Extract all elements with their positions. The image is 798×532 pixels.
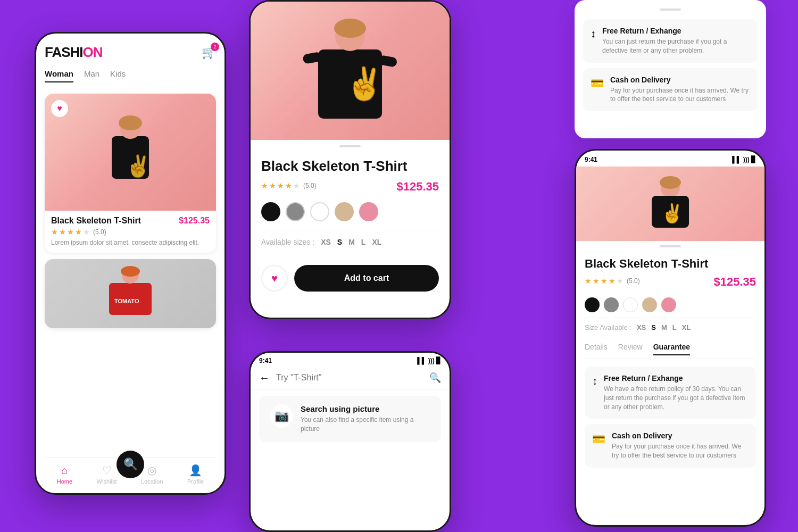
- search-icon[interactable]: 🔍: [429, 372, 441, 384]
- phone4-product-image: ✌: [576, 167, 764, 241]
- nav-home[interactable]: ⌂ Home: [57, 464, 72, 485]
- status-bar: 9:41 ▌▌ ))) ▊: [251, 353, 450, 367]
- phone-search: 9:41 ▌▌ ))) ▊ ← 🔍 📷 Search using picture…: [249, 351, 451, 532]
- tab-man[interactable]: Man: [84, 69, 99, 82]
- sizes-label: Available sizes :: [261, 238, 314, 246]
- phone4-color-pink[interactable]: [661, 297, 676, 312]
- logo-accent: ON: [83, 44, 103, 60]
- phone4-product-title: Black Skeleton T-Shirt: [585, 257, 756, 271]
- svg-text:✌: ✌: [661, 202, 684, 225]
- phone-listing: FASHION 🛒 2 Woman Man Kids ✌: [35, 32, 226, 495]
- nav-profile[interactable]: 👤 Profile: [187, 464, 204, 485]
- cart-badge: 2: [211, 43, 219, 51]
- size-xl[interactable]: XL: [372, 238, 381, 246]
- phone4-price: $125.35: [713, 275, 756, 289]
- cart-button[interactable]: 🛒 2: [202, 46, 216, 60]
- color-selector: [261, 202, 439, 221]
- phone4-return-icon: ↕: [592, 375, 597, 387]
- search-by-picture-card[interactable]: 📷 Search using picture You can also find…: [259, 396, 441, 442]
- profile-icon: 👤: [189, 464, 202, 477]
- nav-wishlist[interactable]: ♡ Wishlist: [97, 464, 117, 485]
- phone4-return-title: Free Return / Exhange: [604, 374, 749, 383]
- phone4-color-beige[interactable]: [642, 297, 657, 312]
- phone4-cash-text: Cash on Delivery Pay for your purchase o…: [612, 431, 749, 460]
- slide-indicator: [660, 9, 681, 11]
- tab-review[interactable]: Review: [618, 343, 643, 355]
- phone4-return-card: ↕ Free Return / Exhange We have a free r…: [585, 367, 756, 419]
- phone4-cash-desc: Pay for your purchase once it has arrive…: [612, 442, 749, 460]
- svg-point-3: [119, 115, 142, 130]
- tab-woman[interactable]: Woman: [45, 69, 73, 82]
- product-detail-info: Black Skeleton T-Shirt ★ ★ ★ ★ ★ (5.0) $…: [251, 147, 450, 302]
- phone4-return-text: Free Return / Exhange We have a free ret…: [604, 374, 749, 411]
- phone4-color-white[interactable]: [623, 297, 638, 312]
- product-image-2: TOMATO: [45, 259, 216, 328]
- product-price-1: $125.35: [179, 216, 210, 226]
- cash-desc: Pay for your purchase once it has arrive…: [610, 86, 750, 104]
- status-time: 9:41: [259, 357, 272, 364]
- phone4-status-bar: 9:41 ▌▌ ))) ▊: [576, 151, 764, 167]
- tab-guarantee[interactable]: Guarantee: [653, 343, 690, 355]
- product-card-1[interactable]: ✌ ♥ Black Skeleton T-Shirt $125.35 ★ ★ ★: [45, 94, 216, 253]
- phone-guarantee: 9:41 ▌▌ ))) ▊ ✌ Black Skeleton T-Shirt ★…: [575, 149, 766, 527]
- detail-product-price: $125.35: [396, 180, 439, 194]
- phone4-color-selector: [585, 297, 756, 312]
- product-card-2[interactable]: TOMATO: [45, 259, 216, 328]
- size-s[interactable]: S: [337, 238, 342, 246]
- color-beige[interactable]: [335, 202, 354, 221]
- nav-location[interactable]: ◎ Location: [141, 464, 163, 485]
- phone4-rating: ★ ★ ★ ★ ★ (5.0): [585, 277, 640, 285]
- phone4-cash-card: 💳 Cash on Delivery Pay for your purchase…: [585, 424, 756, 468]
- search-picture-desc: You can also find a specific item using …: [301, 415, 430, 434]
- tab-kids[interactable]: Kids: [110, 69, 126, 82]
- return-policy-card: ↕ Free Return / Exhange You can just ret…: [583, 19, 758, 63]
- search-fab-button[interactable]: 🔍: [117, 451, 144, 478]
- add-to-cart-button[interactable]: Add to cart: [294, 265, 439, 292]
- status-icons: ▌▌ ))) ▊: [417, 357, 441, 364]
- phone4-color-black[interactable]: [585, 297, 600, 312]
- product-desc-1: Lorem ipsum dolor sit amet, consecte adi…: [51, 238, 210, 247]
- search-input[interactable]: [276, 367, 429, 389]
- detail-rating: ★ ★ ★ ★ ★ (5.0): [261, 181, 317, 190]
- return-icon: ↕: [591, 28, 596, 40]
- cash-delivery-card: 💳 Cash on Delivery Pay for your purchase…: [583, 68, 758, 112]
- phone4-sizes-label: Size Available :: [585, 323, 631, 331]
- return-text: Free Return / Exhange You can just retur…: [602, 27, 750, 55]
- size-xs[interactable]: XS: [321, 238, 331, 246]
- color-black[interactable]: [261, 202, 280, 221]
- wishlist-button-1[interactable]: ♥: [51, 100, 68, 117]
- tab-details[interactable]: Details: [585, 343, 608, 355]
- phone4-size-m[interactable]: M: [661, 323, 667, 331]
- action-buttons: ♥ Add to cart: [261, 265, 439, 292]
- search-picture-text: Search using picture You can also find a…: [301, 404, 430, 434]
- svg-point-15: [660, 176, 681, 189]
- phone4-size-selector: Size Available : XS S M L XL: [585, 318, 756, 337]
- product-info-1: Black Skeleton T-Shirt $125.35 ★ ★ ★ ★ ★…: [45, 211, 216, 253]
- detail-product-title: Black Skeleton T-Shirt: [261, 158, 439, 174]
- svg-text:✌: ✌: [125, 153, 152, 179]
- color-pink[interactable]: [359, 202, 378, 221]
- phone4-cash-icon: 💳: [592, 433, 605, 445]
- phone4-return-desc: We have a free return policy of 30 days.…: [604, 385, 749, 411]
- color-white[interactable]: [310, 202, 329, 221]
- return-desc: You can just return the purchase if you …: [602, 37, 750, 55]
- phone4-detail: Black Skeleton T-Shirt ★ ★ ★ ★ ★ (5.0) $…: [576, 252, 764, 478]
- search-bar: ← 🔍: [251, 367, 450, 389]
- product-detail-image: ✌: [251, 2, 450, 140]
- back-button[interactable]: ←: [259, 372, 270, 384]
- phone4-status-icons: ▌▌ ))) ▊: [732, 156, 756, 163]
- svg-text:TOMATO: TOMATO: [114, 298, 139, 304]
- phone4-size-xs[interactable]: XS: [637, 323, 646, 331]
- favorite-button[interactable]: ♥: [261, 265, 288, 292]
- location-label: Location: [141, 478, 163, 485]
- size-l[interactable]: L: [361, 238, 366, 246]
- category-tabs: Woman Man Kids: [45, 69, 216, 87]
- product-image-1: ✌: [45, 94, 216, 211]
- size-m[interactable]: M: [348, 238, 355, 246]
- phone4-color-gray[interactable]: [604, 297, 619, 312]
- color-gray[interactable]: [286, 202, 305, 221]
- phone4-size-s[interactable]: S: [651, 323, 656, 331]
- phone4-size-xl[interactable]: XL: [682, 323, 691, 331]
- phone4-size-l[interactable]: L: [672, 323, 677, 331]
- app-header: FASHION 🛒 2: [45, 44, 216, 61]
